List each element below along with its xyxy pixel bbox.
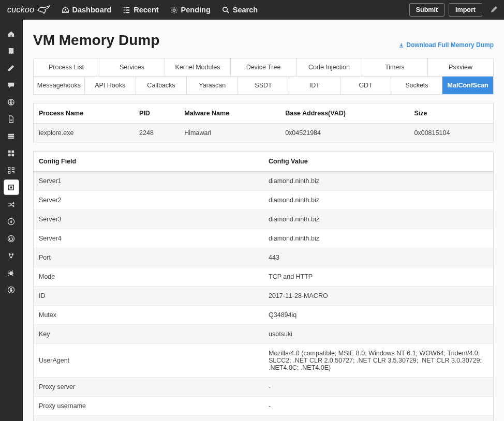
- svg-rect-9: [11, 154, 14, 156]
- top-navigation: Dashboard Recent Pending Search: [56, 0, 263, 20]
- side-pencil[interactable]: [4, 60, 19, 76]
- table-row: Proxy password-: [34, 416, 494, 422]
- svg-rect-4: [8, 136, 14, 137]
- tab-device-tree[interactable]: Device Tree: [231, 58, 297, 77]
- svg-rect-7: [11, 150, 14, 153]
- svg-rect-14: [10, 186, 12, 188]
- tab-messagehooks[interactable]: Messagehooks: [34, 77, 85, 94]
- nav-dashboard[interactable]: Dashboard: [56, 0, 117, 20]
- tab-malconfscan[interactable]: MalConfScan: [442, 77, 493, 94]
- side-book[interactable]: [4, 43, 19, 58]
- config-cell: Port: [34, 248, 264, 267]
- process-table: Process NamePIDMalware NameBase Address(…: [33, 103, 494, 143]
- table-row: Server4diamond.ninth.biz: [34, 229, 494, 248]
- config-cell: ID: [34, 287, 264, 306]
- svg-rect-22: [10, 290, 12, 292]
- import-button[interactable]: Import: [449, 3, 482, 17]
- svg-rect-5: [8, 138, 14, 139]
- config-cell: Mozilla/4.0 (compatible; MSIE 8.0; Windo…: [263, 344, 494, 378]
- tab-idt[interactable]: IDT: [289, 77, 340, 94]
- list-icon: [123, 6, 130, 14]
- brush-icon[interactable]: [488, 5, 499, 15]
- config-cell: Mode: [34, 267, 264, 287]
- process-header: Base Address(VAD): [280, 103, 409, 124]
- submit-button[interactable]: Submit: [409, 3, 444, 17]
- tab-ssdt[interactable]: SSDT: [238, 77, 289, 94]
- side-home[interactable]: [4, 26, 19, 41]
- config-cell: diamond.ninth.biz: [263, 191, 494, 210]
- main-content: VM Memory Dump Download Full Memory Dump…: [23, 20, 504, 421]
- table-row: iexplore.exe2248Himawari0x045219840x0081…: [34, 124, 494, 143]
- tab-strip: Process ListServicesKernel ModulesDevice…: [33, 58, 494, 95]
- config-cell: diamond.ninth.biz: [263, 210, 494, 229]
- nav-search[interactable]: Search: [217, 0, 263, 20]
- config-cell: Server2: [34, 191, 264, 210]
- nav-search-label: Search: [233, 6, 258, 14]
- dashboard-icon: [62, 6, 69, 14]
- config-cell: Server4: [34, 229, 264, 248]
- side-download[interactable]: [4, 214, 19, 229]
- side-shuffle[interactable]: [4, 197, 19, 212]
- nav-recent[interactable]: Recent: [117, 0, 164, 20]
- tab-process-list[interactable]: Process List: [34, 58, 99, 77]
- process-cell: iexplore.exe: [34, 124, 135, 143]
- gear-icon: [170, 6, 178, 14]
- table-row: Proxy server-: [34, 378, 494, 397]
- config-cell: -: [263, 378, 494, 397]
- config-cell: usotsuki: [263, 325, 494, 344]
- side-qr[interactable]: [4, 162, 19, 178]
- process-cell: Himawari: [179, 124, 280, 143]
- bird-icon: [37, 5, 50, 14]
- tab-api-hooks[interactable]: API Hooks: [85, 77, 136, 94]
- svg-point-0: [173, 9, 175, 11]
- tab-gdt[interactable]: GDT: [340, 77, 392, 94]
- table-row: ModeTCP and HTTP: [34, 267, 494, 287]
- side-memory-dump[interactable]: [4, 179, 19, 195]
- config-cell: 2017-11-28-MACRO: [263, 287, 494, 306]
- side-chat[interactable]: [4, 77, 19, 93]
- side-file[interactable]: [4, 111, 19, 127]
- tab-kernel-modules[interactable]: Kernel Modules: [165, 58, 231, 77]
- side-power[interactable]: [4, 231, 19, 246]
- nav-pending-label: Pending: [181, 6, 211, 14]
- tab-callbacks[interactable]: Callbacks: [136, 77, 187, 94]
- tab-yarascan[interactable]: Yarascan: [187, 77, 238, 94]
- config-cell: Proxy password: [34, 416, 264, 422]
- tab-timers[interactable]: Timers: [362, 58, 428, 77]
- process-cell: 0x00815104: [409, 124, 494, 143]
- side-lock[interactable]: [4, 282, 19, 297]
- brand-text: cuckoo: [7, 5, 35, 14]
- config-cell: -: [263, 397, 494, 416]
- brand-logo[interactable]: cuckoo: [0, 5, 56, 14]
- config-cell: Server1: [34, 172, 264, 191]
- table-row: ID2017-11-28-MACRO: [34, 287, 494, 306]
- config-cell: 443: [263, 248, 494, 267]
- svg-point-19: [10, 256, 12, 258]
- tab-sockets[interactable]: Sockets: [391, 77, 442, 94]
- config-table: Config FieldConfig Value Server1diamond.…: [33, 151, 494, 421]
- download-memory-link[interactable]: Download Full Memory Dump: [398, 41, 494, 49]
- nav-recent-label: Recent: [134, 6, 158, 14]
- table-row: Server3diamond.ninth.biz: [34, 210, 494, 229]
- tab-code-injection[interactable]: Code Injection: [297, 58, 362, 77]
- side-bug[interactable]: [4, 265, 19, 280]
- side-grid[interactable]: [4, 145, 19, 161]
- svg-rect-3: [8, 133, 14, 135]
- search-icon: [222, 6, 230, 14]
- download-label: Download Full Memory Dump: [406, 41, 494, 49]
- config-cell: Proxy username: [34, 397, 264, 416]
- process-header: Process Name: [34, 103, 135, 124]
- process-cell: 0x04521984: [280, 124, 409, 143]
- tab-services[interactable]: Services: [99, 58, 165, 77]
- page-title: VM Memory Dump: [33, 32, 159, 49]
- side-rows[interactable]: [4, 128, 19, 144]
- nav-pending[interactable]: Pending: [165, 0, 216, 20]
- config-cell: TCP and HTTP: [263, 267, 494, 287]
- config-cell: Key: [34, 325, 264, 344]
- config-cell: Server3: [34, 210, 264, 229]
- side-globe[interactable]: [4, 94, 19, 110]
- tab-psxview[interactable]: Psxview: [428, 58, 493, 77]
- config-cell: -: [263, 416, 494, 422]
- side-settings[interactable]: [4, 248, 19, 263]
- table-row: Proxy username-: [34, 397, 494, 416]
